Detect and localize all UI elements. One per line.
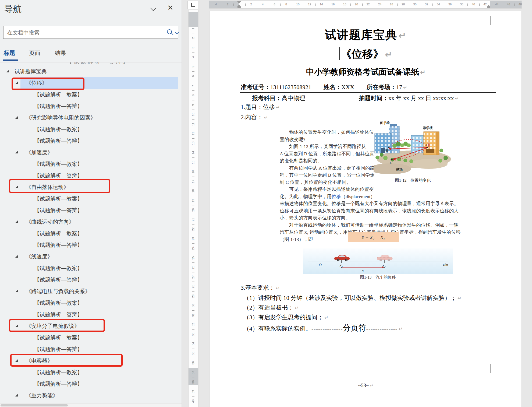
paragraph-mark: ↵	[457, 296, 462, 301]
horizontal-ruler: 4224681012141618202224262830323436384042…	[209, 1, 522, 9]
ruler-number: 12	[306, 3, 313, 6]
ruler-tick	[386, 3, 386, 6]
nav-tree-item[interactable]: 《位移》	[0, 77, 182, 89]
expand-triangle-icon[interactable]	[15, 394, 18, 397]
close-icon[interactable]: ✕	[167, 3, 173, 12]
ruler-tick	[456, 3, 456, 6]
nav-tree-item[interactable]: 《安培分子电流假说》	[0, 320, 182, 332]
paragraph-mark: ↵	[420, 69, 425, 76]
nav-tree-item[interactable]: 《曲线运动的方向》	[0, 216, 182, 228]
paragraph-mark: ↵	[324, 315, 328, 320]
nav-tree-item[interactable]: 【试题解析—答辩】	[0, 100, 182, 112]
ruler-tick	[491, 3, 491, 6]
tab-pages[interactable]: 页面	[29, 49, 40, 57]
nav-scrollbar-thumb[interactable]	[1, 404, 68, 406]
nav-tree-item[interactable]: 【试题解析—答辩】	[0, 274, 182, 286]
nav-tree-item[interactable]: 【试题解析—答辩】	[0, 378, 182, 390]
ruler-number: 19	[190, 197, 196, 205]
left-indent-marker[interactable]	[237, 7, 241, 8]
nav-tree-item[interactable]: 【试题解析—教案】	[0, 193, 182, 205]
nav-tree-item[interactable]: 【试题解析—答辩】	[0, 239, 182, 251]
nav-item-label: 【试题解析—答辩】	[34, 380, 83, 388]
expand-triangle-icon[interactable]	[6, 70, 9, 72]
info-value: xx 年 xx 月 xx 日 xx:xx:xx	[388, 95, 454, 101]
nav-tree-item[interactable]: 试讲题库宝典	[0, 66, 182, 77]
search-dropdown-icon[interactable]	[175, 30, 179, 34]
ruler-tick	[192, 396, 194, 397]
nav-tree-item[interactable]: 【试题解析—教案】	[0, 124, 182, 135]
nav-tree-item[interactable]: 《线速度》	[0, 251, 182, 262]
nav-tree-item[interactable]: 【试题解析—教案】	[0, 158, 182, 170]
ruler-tick	[192, 205, 194, 205]
document-page[interactable]: 试讲题库宝典↵ 《位移》↵ 中小学教师资格考试面试备课纸↵ 准考证号：13111…	[209, 11, 522, 407]
ruler-number: 46	[505, 3, 512, 6]
ruler-number: 24	[190, 244, 196, 252]
tab-headings[interactable]: 标题	[4, 49, 15, 57]
nav-tree-item[interactable]: 《重力势能》	[0, 390, 182, 401]
nav-item-label: 【试题解析—答辩】	[34, 103, 83, 110]
expand-triangle-icon[interactable]	[15, 325, 18, 327]
search-input[interactable]	[7, 28, 158, 37]
ruler-tick	[192, 129, 194, 129]
ruler-number: 6	[271, 3, 278, 6]
nav-tree-item[interactable]: 【试题解析—答辩】	[0, 343, 182, 355]
nav-tree-item[interactable]: 【试题解析—教案】	[0, 89, 182, 100]
nav-tree-item[interactable]: 【试题解析—教案】	[0, 262, 182, 274]
tab-results[interactable]: 结果	[55, 49, 66, 57]
nav-tree-item[interactable]: 【试题解析—教案】	[0, 297, 182, 309]
ruler-number: 20	[190, 206, 196, 214]
nav-tree-item[interactable]: 【试题解析—教案】	[0, 332, 182, 343]
svg-text:O: O	[319, 263, 322, 267]
footer-page-number: ~53~↵	[210, 383, 522, 388]
ruler-tick	[350, 3, 351, 6]
nav-tree-item[interactable]: 【试题解析—答辩】	[0, 135, 182, 147]
chevron-down-icon[interactable]	[150, 5, 157, 11]
hanging-indent-marker[interactable]	[237, 5, 241, 7]
nav-tree-item[interactable]: 《加速度》	[0, 147, 182, 158]
nav-tree-item[interactable]: 《研究影响导体电阻的因素》	[0, 112, 182, 124]
ruler-tick	[192, 320, 194, 320]
svg-text:A: A	[425, 143, 427, 147]
ruler-tick	[192, 100, 194, 100]
question-title-line: 1.题目：位移↵	[241, 103, 280, 111]
nav-tree-item-clipped[interactable]: 【试题解析—答辩】	[67, 62, 164, 65]
nav-tree-item[interactable]: 【试题解析—教案】	[0, 228, 182, 239]
expand-triangle-icon[interactable]	[15, 220, 18, 223]
nav-horizontal-scrollbar[interactable]	[0, 403, 182, 407]
svg-text:x₁: x₁	[339, 263, 343, 267]
ruler-number: 2	[248, 3, 254, 6]
nav-tree-item[interactable]: 【试题解析—教案】	[0, 367, 182, 378]
search-icon[interactable]	[167, 29, 172, 34]
search-box[interactable]	[3, 26, 178, 39]
svg-text:图书馆: 图书馆	[380, 121, 390, 125]
expand-triangle-icon[interactable]	[15, 116, 18, 119]
figure-1-12-illustration: B A C 图书馆 教学楼 操场	[374, 119, 452, 176]
ruler-number: 4	[213, 3, 219, 6]
ruler-tick	[192, 349, 194, 349]
nav-tree-item[interactable]: 【试题解析—答辩】	[0, 205, 182, 216]
tab-stop-selector[interactable]	[187, 1, 199, 9]
ruler-tick	[192, 377, 194, 377]
nav-tree-item[interactable]: 《路端电压与负载的关系》	[0, 286, 182, 297]
expand-triangle-icon[interactable]	[15, 255, 18, 258]
ruler-number: 38	[459, 3, 465, 6]
nav-tree-item[interactable]: 【试题解析—教案】	[0, 401, 182, 403]
expand-triangle-icon[interactable]	[15, 151, 18, 153]
expand-triangle-icon[interactable]	[15, 290, 18, 292]
ruler-tick	[192, 215, 194, 215]
ruler-number: 10	[295, 3, 301, 6]
nav-tree-item[interactable]: 【试题解析—答辩】	[0, 309, 182, 320]
nav-item-label: 试讲题库宝典	[15, 68, 47, 75]
svg-text:操场: 操场	[396, 167, 403, 171]
expand-triangle-icon[interactable]	[15, 359, 18, 362]
nav-tree-item[interactable]: 【试题解析—答辩】	[0, 170, 182, 181]
expand-triangle-icon[interactable]	[15, 82, 18, 84]
first-line-indent-marker[interactable]	[237, 1, 241, 3]
ruler-tick	[192, 358, 194, 358]
right-indent-marker[interactable]	[487, 5, 491, 7]
svg-text:x₂: x₂	[382, 263, 386, 267]
nav-tree-item[interactable]: 《自由落体运动》	[0, 181, 182, 193]
nav-item-label: 【试题解析—教案】	[34, 230, 83, 237]
nav-tree-item[interactable]: 《电容器》	[0, 355, 182, 367]
expand-triangle-icon[interactable]	[15, 186, 18, 188]
